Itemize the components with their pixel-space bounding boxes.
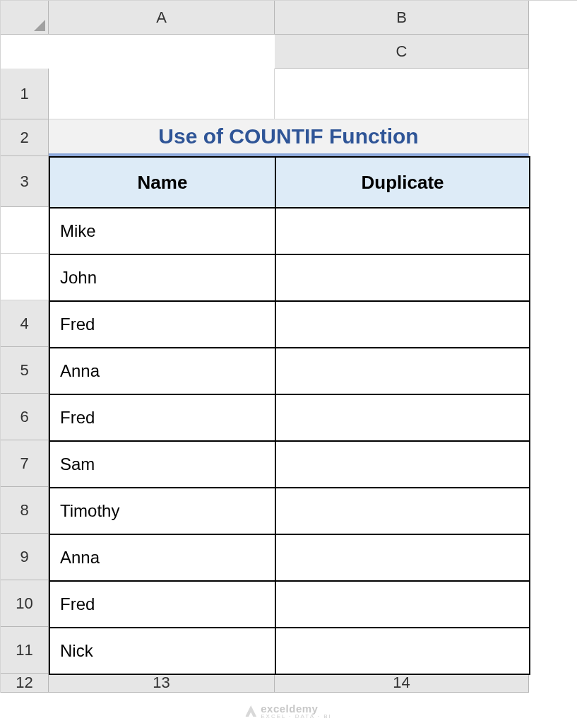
table-row: Nick xyxy=(49,628,530,674)
spreadsheet-grid: A B C 1 2 Use of COUNTIF Function 3 4 Na… xyxy=(0,0,577,693)
cell-duplicate[interactable] xyxy=(275,628,530,674)
row-header-3[interactable]: 3 xyxy=(1,156,49,207)
row-header-9[interactable]: 9 xyxy=(1,534,49,580)
select-all-corner[interactable] xyxy=(1,1,49,35)
cell-duplicate[interactable] xyxy=(275,208,530,254)
column-header-C[interactable]: C xyxy=(275,35,529,69)
cell-B3[interactable] xyxy=(1,207,49,254)
row-header-11[interactable]: 11 xyxy=(1,627,49,674)
row-header-13[interactable]: 13 xyxy=(49,674,275,693)
header-duplicate[interactable]: Duplicate xyxy=(275,157,530,208)
row-header-1[interactable]: 1 xyxy=(1,69,49,119)
column-header-A[interactable]: A xyxy=(49,1,275,35)
cell-duplicate[interactable] xyxy=(275,581,530,628)
data-table-region: Name Duplicate MikeJohnFredAnnaFredSamTi… xyxy=(49,156,529,674)
table-row: Fred xyxy=(49,394,530,441)
cell-name[interactable]: Anna xyxy=(49,348,275,394)
cell-C3[interactable] xyxy=(1,254,49,300)
cell-name[interactable]: Mike xyxy=(49,208,275,254)
cell-name[interactable]: Timothy xyxy=(49,488,275,534)
cell-duplicate[interactable] xyxy=(275,441,530,488)
row-header-8[interactable]: 8 xyxy=(1,487,49,534)
cell-name[interactable]: Fred xyxy=(49,581,275,628)
table-row: Mike xyxy=(49,208,530,254)
cell-name[interactable]: John xyxy=(49,254,275,301)
table-row: Anna xyxy=(49,534,530,581)
cell-duplicate[interactable] xyxy=(275,534,530,581)
cell-duplicate[interactable] xyxy=(275,348,530,394)
row-header-14[interactable]: 14 xyxy=(275,674,529,693)
cell-duplicate[interactable] xyxy=(275,488,530,534)
cell-name[interactable]: Anna xyxy=(49,534,275,581)
cell-name[interactable]: Fred xyxy=(49,394,275,441)
table-row: Sam xyxy=(49,441,530,488)
row-header-7[interactable]: 7 xyxy=(1,440,49,487)
cell-name[interactable]: Fred xyxy=(49,301,275,348)
column-header-B[interactable]: B xyxy=(275,1,529,35)
row-header-5[interactable]: 5 xyxy=(1,347,49,394)
row-header-10[interactable]: 10 xyxy=(1,580,49,627)
cell-name[interactable]: Nick xyxy=(49,628,275,674)
cell-duplicate[interactable] xyxy=(275,301,530,348)
table-row: Fred xyxy=(49,301,530,348)
row-header-6[interactable]: 6 xyxy=(1,394,49,440)
watermark-tagline: EXCEL · DATA · BI xyxy=(261,713,332,720)
brand-icon xyxy=(245,705,256,717)
row-header-2[interactable]: 2 xyxy=(1,119,49,156)
table-row: John xyxy=(49,254,530,301)
data-table: Name Duplicate MikeJohnFredAnnaFredSamTi… xyxy=(49,156,530,675)
table-row: Timothy xyxy=(49,488,530,534)
cell-C1[interactable] xyxy=(275,69,529,119)
table-row: Fred xyxy=(49,581,530,628)
cell-duplicate[interactable] xyxy=(275,394,530,441)
table-header-row: Name Duplicate xyxy=(49,157,530,208)
cell-duplicate[interactable] xyxy=(275,254,530,301)
table-row: Anna xyxy=(49,348,530,394)
page-title: Use of COUNTIF Function xyxy=(158,124,418,148)
cell-name[interactable]: Sam xyxy=(49,441,275,488)
cell-B1[interactable] xyxy=(49,69,275,119)
row-header-4[interactable]: 4 xyxy=(1,300,49,347)
watermark: exceldemy EXCEL · DATA · BI xyxy=(245,703,332,720)
header-name[interactable]: Name xyxy=(49,157,275,208)
row-header-12[interactable]: 12 xyxy=(1,674,49,693)
title-cell[interactable]: Use of COUNTIF Function xyxy=(49,119,529,156)
